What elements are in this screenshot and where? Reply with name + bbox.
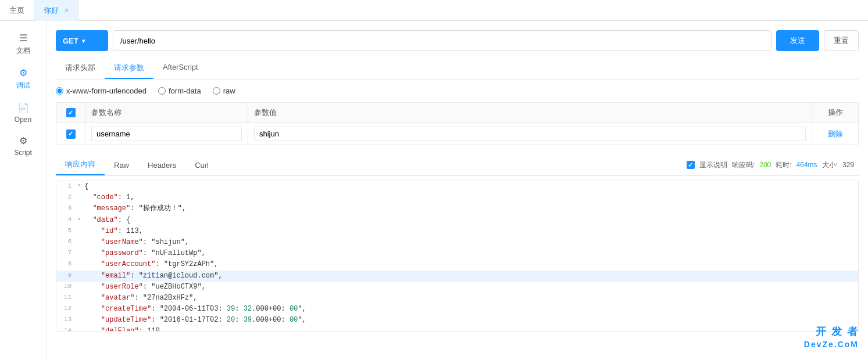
- show-desc-checkbox[interactable]: [687, 161, 695, 169]
- doc-icon: ☰: [19, 33, 27, 44]
- tab-current-label: 你好: [44, 6, 59, 15]
- line-content: "userName": "shijun",: [84, 237, 858, 248]
- tab-response-headers[interactable]: Headers: [138, 156, 185, 174]
- code-line: 1▾{: [56, 181, 858, 192]
- code-line: 5 "id": 113,: [56, 226, 858, 237]
- tab-current[interactable]: 你好 ×: [34, 0, 78, 21]
- line-content: "code": 1,: [84, 192, 858, 203]
- time-label: 耗时:: [776, 160, 791, 170]
- line-content: "password": "nUFallutWp",: [84, 248, 858, 259]
- table-row: 删除: [56, 123, 859, 145]
- response-size: 329: [842, 161, 854, 169]
- debug-icon: ⚙: [19, 67, 27, 78]
- method-select[interactable]: GET ▾: [56, 30, 108, 51]
- show-desc-label: 显示说明: [699, 160, 727, 170]
- code-line: 10 "userRole": "ueZBHoCTX9",: [56, 282, 858, 293]
- sidebar-item-script[interactable]: ⚙ Script: [0, 129, 46, 163]
- line-number: 8: [56, 259, 77, 269]
- line-number: 9: [56, 271, 77, 281]
- line-content: "updateTime": "2016-01-17T02: 20: 39.000…: [84, 315, 858, 326]
- row-name-cell: [85, 123, 248, 145]
- line-content: "createTime": "2004-06-11T03: 39: 32.000…: [84, 304, 858, 315]
- radio-urlencoded-label: x-www-form-urlencoded: [66, 87, 147, 95]
- script-icon: ⚙: [19, 135, 27, 146]
- radio-raw-label: raw: [223, 87, 235, 95]
- open-icon: 📄: [17, 102, 29, 113]
- sidebar-item-doc[interactable]: ☰ 文档: [0, 27, 46, 62]
- sidebar: ☰ 文档 ⚙ 调试 📄 Open ⚙ Script: [0, 21, 47, 360]
- url-bar: GET ▾ 发送 重置: [56, 30, 859, 51]
- line-number: 11: [56, 293, 77, 303]
- code-line: 2 "code": 1,: [56, 192, 858, 203]
- line-number: 13: [56, 315, 77, 325]
- tab-response-content[interactable]: 响应内容: [56, 154, 105, 175]
- tab-bar: 主页 你好 ×: [0, 0, 868, 21]
- row-checkbox[interactable]: [66, 129, 76, 139]
- sidebar-item-doc-label: 文档: [16, 46, 30, 56]
- line-number: 14: [56, 326, 77, 332]
- sidebar-item-open-label: Open: [15, 116, 31, 124]
- line-content: "userAccount": "tgrSY2zAPh",: [84, 259, 858, 270]
- url-input[interactable]: [113, 30, 771, 51]
- line-content: "userRole": "ueZBHoCTX9",: [84, 282, 858, 293]
- radio-urlencoded[interactable]: x-www-form-urlencoded: [56, 87, 147, 95]
- line-number: 2: [56, 192, 77, 203]
- row-value-cell: [248, 123, 812, 145]
- sub-tabs: 请求头部 请求参数 AfterScript: [56, 58, 859, 80]
- tab-response-curl[interactable]: Curl: [185, 156, 218, 174]
- tab-response-raw[interactable]: Raw: [105, 156, 138, 174]
- params-table: 参数名称 参数值 操作 删除: [56, 102, 859, 145]
- layout: ☰ 文档 ⚙ 调试 📄 Open ⚙ Script GET ▾ 发送 重置: [0, 21, 868, 360]
- radio-formdata-input[interactable]: [158, 87, 166, 95]
- content-type-group: x-www-form-urlencoded form-data raw: [56, 87, 859, 95]
- tab-afterscript[interactable]: AfterScript: [153, 58, 208, 79]
- code-viewer[interactable]: 1▾{2 "code": 1,3 "message": "操作成功！",4▾ "…: [56, 181, 859, 332]
- sidebar-item-debug[interactable]: ⚙ 调试: [0, 62, 46, 96]
- radio-urlencoded-input[interactable]: [56, 87, 63, 95]
- th-param-name: 参数名称: [85, 103, 248, 123]
- code-line: 12 "createTime": "2004-06-11T03: 39: 32.…: [56, 304, 858, 315]
- tab-request-headers[interactable]: 请求头部: [56, 58, 105, 79]
- method-chevron-icon: ▾: [82, 38, 85, 44]
- line-number: 4: [56, 215, 77, 225]
- th-action: 操作: [812, 103, 859, 123]
- tab-home[interactable]: 主页: [0, 0, 34, 21]
- param-name-input[interactable]: [91, 127, 242, 141]
- line-number: 5: [56, 226, 77, 236]
- select-all-checkbox[interactable]: [66, 108, 76, 117]
- param-value-input[interactable]: [254, 127, 806, 141]
- radio-formdata-label: form-data: [169, 87, 201, 95]
- line-number: 7: [56, 248, 77, 258]
- reset-button[interactable]: 重置: [824, 30, 859, 51]
- response-meta: 显示说明 响应码: 200 耗时: 464ms 大小: 329: [687, 160, 859, 170]
- line-number: 1: [56, 181, 77, 192]
- line-content: "data": {: [84, 215, 858, 226]
- code-line: 13 "updateTime": "2016-01-17T02: 20: 39.…: [56, 315, 858, 326]
- code-line: 4▾ "data": {: [56, 215, 858, 226]
- line-content: "delFlag": 110,: [84, 326, 858, 332]
- code-line: 8 "userAccount": "tgrSY2zAPh",: [56, 259, 858, 270]
- radio-raw[interactable]: raw: [213, 87, 235, 95]
- main-content: GET ▾ 发送 重置 请求头部 请求参数 AfterScript x-www-…: [47, 21, 868, 360]
- line-toggle[interactable]: ▾: [77, 181, 84, 190]
- line-number: 6: [56, 237, 77, 247]
- line-number: 10: [56, 282, 77, 292]
- line-content: "message": "操作成功！",: [84, 203, 858, 214]
- th-param-value: 参数值: [248, 103, 812, 123]
- delete-param-button[interactable]: 删除: [828, 129, 843, 139]
- line-number: 12: [56, 304, 77, 314]
- tab-request-params[interactable]: 请求参数: [105, 58, 153, 79]
- radio-raw-input[interactable]: [213, 87, 220, 95]
- line-content: "id": 113,: [84, 226, 858, 237]
- radio-formdata[interactable]: form-data: [158, 87, 201, 95]
- tab-close-btn[interactable]: ×: [65, 6, 69, 15]
- code-line: 6 "userName": "shijun",: [56, 237, 858, 248]
- size-label: 大小:: [822, 160, 838, 170]
- line-toggle[interactable]: ▾: [77, 215, 84, 224]
- sidebar-item-script-label: Script: [14, 149, 32, 157]
- code-line: 3 "message": "操作成功！",: [56, 203, 858, 214]
- status-code: 200: [759, 161, 771, 169]
- code-line: 7 "password": "nUFallutWp",: [56, 248, 858, 259]
- send-button[interactable]: 发送: [776, 30, 819, 51]
- sidebar-item-open[interactable]: 📄 Open: [0, 96, 46, 129]
